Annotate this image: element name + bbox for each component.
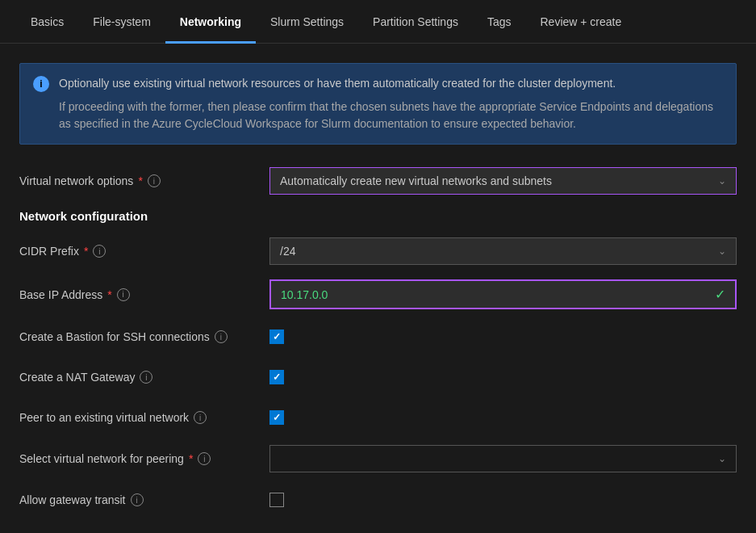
chevron-down-icon: ⌄ bbox=[718, 246, 726, 257]
peer-label: Peer to an existing virtual network i bbox=[19, 411, 269, 424]
nat-label: Create a NAT Gateway i bbox=[19, 371, 269, 384]
main-content: i Optionally use existing virtual networ… bbox=[0, 44, 756, 533]
select-vnet-dropdown[interactable]: ⌄ bbox=[269, 445, 737, 472]
peer-checkbox[interactable]: ✓ bbox=[269, 410, 284, 425]
peer-checkbox-wrapper: ✓ bbox=[269, 410, 737, 425]
gateway-info-icon[interactable]: i bbox=[131, 493, 144, 506]
cidr-label: CIDR Prefix * i bbox=[19, 245, 269, 258]
required-indicator: * bbox=[189, 452, 193, 465]
gateway-checkbox[interactable] bbox=[269, 493, 284, 507]
required-indicator: * bbox=[138, 174, 142, 187]
required-indicator: * bbox=[107, 288, 111, 301]
gateway-label: Allow gateway transit i bbox=[19, 493, 269, 506]
nat-checkbox[interactable]: ✓ bbox=[269, 370, 284, 384]
base-ip-label: Base IP Address * i bbox=[19, 288, 269, 301]
virtual-network-dropdown[interactable]: Automatically create new virtual network… bbox=[269, 167, 737, 195]
required-indicator: * bbox=[84, 245, 88, 258]
nat-checkbox-wrapper: ✓ bbox=[269, 370, 737, 384]
nav-item-slurm[interactable]: Slurm Settings bbox=[256, 0, 358, 44]
bastion-label: Create a Bastion for SSH connections i bbox=[19, 330, 269, 343]
nav-item-filesystem[interactable]: File-system bbox=[78, 0, 165, 44]
nav-item-basics[interactable]: Basics bbox=[16, 0, 78, 44]
cidr-dropdown[interactable]: /24 ⌄ bbox=[269, 237, 737, 265]
select-vnet-info-icon[interactable]: i bbox=[198, 452, 211, 465]
nav-item-tags[interactable]: Tags bbox=[473, 0, 526, 44]
cidr-info-icon[interactable]: i bbox=[93, 245, 106, 258]
network-config-section: Network configuration CIDR Prefix * i /2… bbox=[19, 209, 737, 513]
virtual-network-label: Virtual network options * i bbox=[19, 174, 269, 187]
valid-check-icon: ✓ bbox=[715, 287, 725, 302]
base-ip-input[interactable]: 10.17.0.0 ✓ bbox=[269, 279, 737, 309]
virtual-network-info-icon[interactable]: i bbox=[148, 174, 161, 187]
chevron-down-icon: ⌄ bbox=[718, 175, 726, 187]
nav-item-review[interactable]: Review + create bbox=[526, 0, 637, 44]
gateway-checkbox-wrapper bbox=[269, 493, 737, 507]
checkmark-icon: ✓ bbox=[273, 412, 281, 423]
base-ip-row: Base IP Address * i 10.17.0.0 ✓ bbox=[19, 279, 737, 309]
bastion-checkbox[interactable]: ✓ bbox=[269, 329, 284, 344]
cidr-row: CIDR Prefix * i /24 ⌄ bbox=[19, 237, 737, 265]
select-vnet-row: Select virtual network for peering * i ⌄ bbox=[19, 445, 737, 472]
chevron-down-icon: ⌄ bbox=[718, 453, 726, 464]
bastion-info-icon[interactable]: i bbox=[215, 330, 228, 343]
peer-row: Peer to an existing virtual network i ✓ bbox=[19, 405, 737, 430]
nat-info-icon[interactable]: i bbox=[140, 371, 152, 384]
virtual-network-row: Virtual network options * i Automaticall… bbox=[19, 167, 737, 195]
top-navigation: Basics File-system Networking Slurm Sett… bbox=[0, 0, 756, 44]
info-text: Optionally use existing virtual network … bbox=[59, 75, 723, 132]
nat-row: Create a NAT Gateway i ✓ bbox=[19, 364, 737, 390]
select-vnet-label: Select virtual network for peering * i bbox=[19, 452, 269, 465]
info-icon: i bbox=[33, 76, 49, 92]
nav-item-networking[interactable]: Networking bbox=[165, 0, 256, 44]
info-banner: i Optionally use existing virtual networ… bbox=[19, 63, 737, 145]
gateway-row: Allow gateway transit i bbox=[19, 487, 737, 513]
bastion-checkbox-wrapper: ✓ bbox=[269, 329, 737, 344]
nav-item-partition[interactable]: Partition Settings bbox=[358, 0, 473, 44]
peer-info-icon[interactable]: i bbox=[194, 411, 207, 424]
network-config-title: Network configuration bbox=[19, 209, 737, 223]
base-ip-info-icon[interactable]: i bbox=[117, 288, 130, 301]
checkmark-icon: ✓ bbox=[273, 331, 281, 342]
checkmark-icon: ✓ bbox=[273, 371, 281, 383]
bastion-row: Create a Bastion for SSH connections i ✓ bbox=[19, 324, 737, 350]
